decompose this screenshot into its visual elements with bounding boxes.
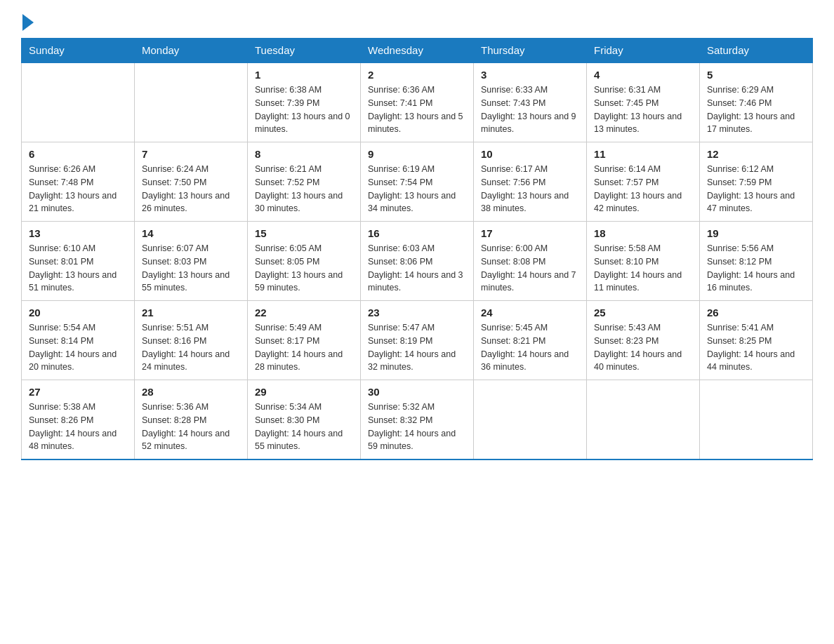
weekday-header-friday: Friday: [587, 39, 700, 63]
day-info: Sunrise: 6:36 AMSunset: 7:41 PMDaylight:…: [368, 83, 466, 136]
week-row-5: 27Sunrise: 5:38 AMSunset: 8:26 PMDayligh…: [22, 380, 813, 460]
day-number: 19: [707, 227, 805, 239]
day-number: 22: [255, 307, 353, 318]
day-info: Sunrise: 6:31 AMSunset: 7:45 PMDaylight:…: [594, 83, 692, 136]
day-info: Sunrise: 6:14 AMSunset: 7:57 PMDaylight:…: [594, 163, 692, 215]
weekday-header-tuesday: Tuesday: [248, 39, 361, 63]
day-info: Sunrise: 5:54 AMSunset: 8:14 PMDaylight:…: [29, 321, 127, 374]
day-number: 7: [142, 148, 240, 160]
day-info: Sunrise: 5:47 AMSunset: 8:19 PMDaylight:…: [368, 321, 466, 374]
day-number: 27: [29, 386, 127, 398]
day-number: 16: [368, 227, 466, 239]
day-number: 10: [481, 148, 579, 160]
calendar-cell: [700, 380, 813, 460]
calendar-cell: 28Sunrise: 5:36 AMSunset: 8:28 PMDayligh…: [135, 380, 248, 460]
calendar-cell: 23Sunrise: 5:47 AMSunset: 8:19 PMDayligh…: [361, 301, 474, 380]
calendar-cell: [474, 380, 587, 460]
calendar-cell: 20Sunrise: 5:54 AMSunset: 8:14 PMDayligh…: [22, 301, 135, 380]
calendar-cell: 24Sunrise: 5:45 AMSunset: 8:21 PMDayligh…: [474, 301, 587, 380]
calendar-cell: 15Sunrise: 6:05 AMSunset: 8:05 PMDayligh…: [248, 222, 361, 301]
day-number: 13: [29, 227, 127, 239]
day-number: 5: [707, 69, 805, 81]
calendar-cell: 6Sunrise: 6:26 AMSunset: 7:48 PMDaylight…: [22, 142, 135, 222]
day-info: Sunrise: 5:56 AMSunset: 8:12 PMDaylight:…: [707, 242, 805, 295]
day-number: 14: [142, 227, 240, 239]
week-row-4: 20Sunrise: 5:54 AMSunset: 8:14 PMDayligh…: [22, 301, 813, 380]
calendar-cell: 16Sunrise: 6:03 AMSunset: 8:06 PMDayligh…: [361, 222, 474, 301]
calendar-cell: 25Sunrise: 5:43 AMSunset: 8:23 PMDayligh…: [587, 301, 700, 380]
week-row-3: 13Sunrise: 6:10 AMSunset: 8:01 PMDayligh…: [22, 222, 813, 301]
day-number: 18: [594, 227, 692, 239]
day-info: Sunrise: 6:05 AMSunset: 8:05 PMDaylight:…: [255, 242, 353, 295]
calendar-cell: 1Sunrise: 6:38 AMSunset: 7:39 PMDaylight…: [248, 62, 361, 142]
day-info: Sunrise: 6:19 AMSunset: 7:54 PMDaylight:…: [368, 163, 466, 215]
day-number: 11: [594, 148, 692, 160]
day-info: Sunrise: 6:24 AMSunset: 7:50 PMDaylight:…: [142, 163, 240, 215]
logo-arrow-icon: [22, 14, 34, 31]
calendar-cell: 12Sunrise: 6:12 AMSunset: 7:59 PMDayligh…: [700, 142, 813, 222]
day-info: Sunrise: 5:36 AMSunset: 8:28 PMDaylight:…: [142, 401, 240, 453]
calendar-cell: [22, 62, 135, 142]
day-info: Sunrise: 6:38 AMSunset: 7:39 PMDaylight:…: [255, 83, 353, 136]
day-number: 2: [368, 69, 466, 81]
weekday-header-row: SundayMondayTuesdayWednesdayThursdayFrid…: [22, 39, 813, 63]
weekday-header-wednesday: Wednesday: [361, 39, 474, 63]
day-info: Sunrise: 5:41 AMSunset: 8:25 PMDaylight:…: [707, 321, 805, 374]
day-number: 30: [368, 386, 466, 398]
weekday-header-monday: Monday: [135, 39, 248, 63]
day-number: 15: [255, 227, 353, 239]
day-info: Sunrise: 6:29 AMSunset: 7:46 PMDaylight:…: [707, 83, 805, 136]
day-info: Sunrise: 5:32 AMSunset: 8:32 PMDaylight:…: [368, 401, 466, 453]
calendar-cell: 19Sunrise: 5:56 AMSunset: 8:12 PMDayligh…: [700, 222, 813, 301]
logo: [21, 14, 34, 31]
day-number: 9: [368, 148, 466, 160]
day-info: Sunrise: 5:51 AMSunset: 8:16 PMDaylight:…: [142, 321, 240, 374]
day-info: Sunrise: 6:26 AMSunset: 7:48 PMDaylight:…: [29, 163, 127, 215]
day-info: Sunrise: 5:45 AMSunset: 8:21 PMDaylight:…: [481, 321, 579, 374]
calendar-cell: 18Sunrise: 5:58 AMSunset: 8:10 PMDayligh…: [587, 222, 700, 301]
day-info: Sunrise: 6:12 AMSunset: 7:59 PMDaylight:…: [707, 163, 805, 215]
calendar-cell: 8Sunrise: 6:21 AMSunset: 7:52 PMDaylight…: [248, 142, 361, 222]
day-number: 21: [142, 307, 240, 318]
calendar-cell: 7Sunrise: 6:24 AMSunset: 7:50 PMDaylight…: [135, 142, 248, 222]
day-info: Sunrise: 6:21 AMSunset: 7:52 PMDaylight:…: [255, 163, 353, 215]
day-number: 12: [707, 148, 805, 160]
calendar-table: SundayMondayTuesdayWednesdayThursdayFrid…: [21, 38, 813, 460]
day-info: Sunrise: 6:33 AMSunset: 7:43 PMDaylight:…: [481, 83, 579, 136]
day-number: 25: [594, 307, 692, 318]
weekday-header-saturday: Saturday: [700, 39, 813, 63]
day-number: 3: [481, 69, 579, 81]
week-row-2: 6Sunrise: 6:26 AMSunset: 7:48 PMDaylight…: [22, 142, 813, 222]
day-info: Sunrise: 6:07 AMSunset: 8:03 PMDaylight:…: [142, 242, 240, 295]
calendar-cell: 26Sunrise: 5:41 AMSunset: 8:25 PMDayligh…: [700, 301, 813, 380]
day-number: 24: [481, 307, 579, 318]
calendar-cell: 3Sunrise: 6:33 AMSunset: 7:43 PMDaylight…: [474, 62, 587, 142]
calendar-cell: 4Sunrise: 6:31 AMSunset: 7:45 PMDaylight…: [587, 62, 700, 142]
calendar-cell: 21Sunrise: 5:51 AMSunset: 8:16 PMDayligh…: [135, 301, 248, 380]
calendar-cell: 30Sunrise: 5:32 AMSunset: 8:32 PMDayligh…: [361, 380, 474, 460]
day-number: 28: [142, 386, 240, 398]
calendar-cell: [135, 62, 248, 142]
day-number: 4: [594, 69, 692, 81]
day-info: Sunrise: 6:17 AMSunset: 7:56 PMDaylight:…: [481, 163, 579, 215]
day-info: Sunrise: 6:10 AMSunset: 8:01 PMDaylight:…: [29, 242, 127, 295]
calendar-cell: 9Sunrise: 6:19 AMSunset: 7:54 PMDaylight…: [361, 142, 474, 222]
day-number: 29: [255, 386, 353, 398]
day-info: Sunrise: 5:43 AMSunset: 8:23 PMDaylight:…: [594, 321, 692, 374]
calendar-cell: 22Sunrise: 5:49 AMSunset: 8:17 PMDayligh…: [248, 301, 361, 380]
weekday-header-sunday: Sunday: [22, 39, 135, 63]
calendar-cell: 2Sunrise: 6:36 AMSunset: 7:41 PMDaylight…: [361, 62, 474, 142]
calendar-cell: 14Sunrise: 6:07 AMSunset: 8:03 PMDayligh…: [135, 222, 248, 301]
day-info: Sunrise: 5:34 AMSunset: 8:30 PMDaylight:…: [255, 401, 353, 453]
day-info: Sunrise: 6:03 AMSunset: 8:06 PMDaylight:…: [368, 242, 466, 295]
day-info: Sunrise: 6:00 AMSunset: 8:08 PMDaylight:…: [481, 242, 579, 295]
calendar-cell: 10Sunrise: 6:17 AMSunset: 7:56 PMDayligh…: [474, 142, 587, 222]
header: [21, 14, 813, 31]
calendar-cell: 5Sunrise: 6:29 AMSunset: 7:46 PMDaylight…: [700, 62, 813, 142]
day-number: 8: [255, 148, 353, 160]
calendar-cell: 27Sunrise: 5:38 AMSunset: 8:26 PMDayligh…: [22, 380, 135, 460]
day-info: Sunrise: 5:49 AMSunset: 8:17 PMDaylight:…: [255, 321, 353, 374]
calendar-cell: 13Sunrise: 6:10 AMSunset: 8:01 PMDayligh…: [22, 222, 135, 301]
day-number: 26: [707, 307, 805, 318]
calendar-cell: 11Sunrise: 6:14 AMSunset: 7:57 PMDayligh…: [587, 142, 700, 222]
